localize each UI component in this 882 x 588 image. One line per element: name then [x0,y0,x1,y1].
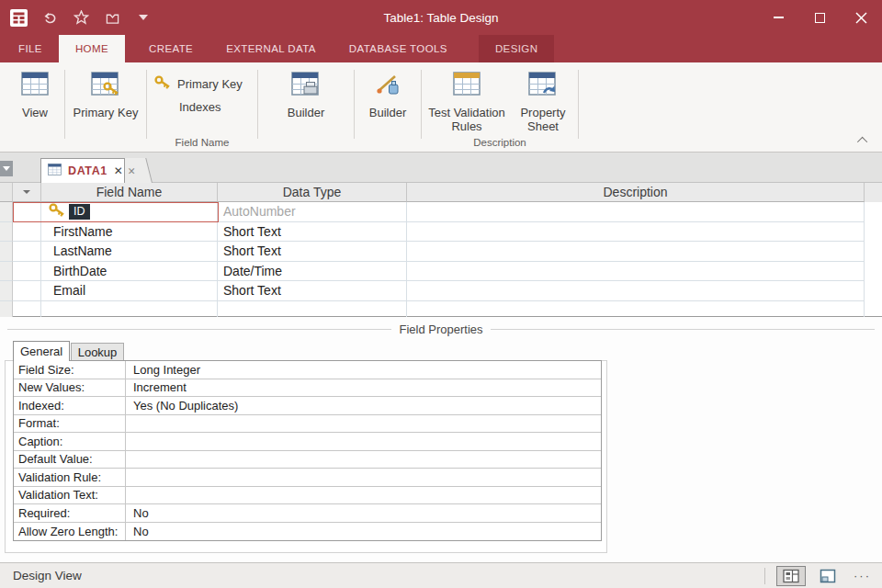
wand-builder-icon [374,72,401,101]
close-tab-icon[interactable]: ✕ [114,165,123,176]
row-selector[interactable] [13,262,41,282]
data-type-cell[interactable]: Short Text [218,242,407,262]
datasheet-view-icon [820,569,836,583]
column-header-data-type: Data Type [218,183,407,202]
row-selector[interactable] [13,222,41,243]
star-icon[interactable] [72,8,90,27]
field-properties-title: Field Properties [399,322,482,336]
property-row: Allow Zero Length:No [14,523,601,541]
indexes-button[interactable]: Indexes [154,100,243,114]
app-icon[interactable] [9,8,28,27]
key-icon [154,75,172,93]
access-window: Table1: Table Design FILE HOME CREATE EX… [0,0,882,588]
grid-gutter [0,183,13,202]
window-controls [758,0,882,35]
property-row: Validation Text: [14,487,601,505]
tab-external-data[interactable]: EXTERNAL DATA [209,35,333,62]
property-sheet-icon [528,72,558,101]
tab-create[interactable]: CREATE [132,35,209,62]
document-tab-strip: ✕ DATA1 ✕ [0,153,882,183]
property-row: Required:No [14,504,601,523]
view-icon [21,72,49,101]
row-selector[interactable] [13,242,41,262]
field-name-cell[interactable]: LastName [41,242,218,262]
data-type-cell[interactable]: AutoNumber [218,202,407,222]
field-name-cell[interactable]: ID [41,202,218,222]
row-selector[interactable] [13,202,41,222]
property-value[interactable]: No [126,523,601,541]
field-name-cell[interactable]: BirthDate [41,262,218,282]
test-validation-rules-button[interactable]: Test Validation Rules [427,68,506,133]
undo-icon[interactable] [40,8,59,27]
property-value[interactable] [126,433,601,450]
property-value[interactable] [126,415,601,433]
builder-button-2[interactable]: Builder [369,68,406,119]
tab-home[interactable]: HOME [59,35,125,62]
property-value[interactable]: No [126,504,601,522]
tab-file[interactable]: FILE [2,35,59,62]
data-type-cell[interactable] [218,301,407,317]
datasheet-view-button[interactable] [813,566,842,586]
status-text: Design View [0,569,764,582]
tab-design[interactable]: DESIGN [479,35,555,62]
tab-database-tools[interactable]: DATABASE TOOLS [333,35,464,62]
property-value[interactable] [126,451,601,469]
design-view-icon [783,569,799,583]
field-properties-legend: Field Properties [0,321,882,337]
data-type-cell[interactable]: Short Text [218,222,407,243]
window-title: Table1: Table Design [383,11,498,25]
description-cell[interactable] [407,262,865,282]
description-cell[interactable] [407,301,865,317]
minimize-icon[interactable] [758,0,799,35]
tab-lookup[interactable]: Lookup [71,343,124,361]
data-type-cell[interactable]: Short Text [218,281,407,301]
group-label-description: Description [422,136,578,152]
builder-button[interactable]: Builder [288,68,324,119]
close-icon[interactable] [841,0,882,35]
status-bar: Design View ··· [0,562,882,588]
group-label-field-name: Field Name [147,136,257,152]
column-header-description: Description [407,183,865,202]
open-box-icon[interactable] [103,8,121,27]
validation-table-icon [453,72,481,101]
ribbon: View Primary Key [0,62,882,153]
design-grid: Field Name Data Type Description ID Auto… [0,183,882,317]
row-selector[interactable] [13,281,41,301]
description-cell[interactable] [407,202,865,222]
tab-data1[interactable]: DATA1 ✕ [40,158,125,183]
primary-key-small-button[interactable]: Primary Key [154,75,243,93]
ribbon-group-description: Test Validation Rules Property Sheet Des… [422,62,578,152]
ribbon-group-divider [578,70,579,139]
tab-general[interactable]: General [13,341,70,361]
ribbon-group-views: View [6,62,64,152]
design-view-button[interactable] [776,566,806,586]
field-name-cell[interactable]: FirstName [41,222,218,243]
nav-pane-dropdown-icon[interactable] [0,161,13,176]
property-value[interactable]: Yes (No Duplicates) [126,397,601,414]
property-sheet-button[interactable]: Property Sheet [514,68,572,133]
row-selector-dropdown-icon[interactable] [23,190,30,194]
close-icon[interactable]: ✕ [128,165,136,176]
qat-dropdown-caret-icon[interactable] [134,8,153,27]
property-row: New Values:Increment [14,379,601,398]
property-value[interactable]: Long Integer [126,361,601,379]
ribbon-group-builder2: Builder [355,62,421,152]
description-cell[interactable] [407,242,865,262]
description-cell[interactable] [407,281,865,301]
row-selector[interactable] [13,301,41,317]
description-cell[interactable] [407,222,865,243]
ribbon-group-field-name: Primary Key Indexes Field Name [147,62,257,152]
property-value[interactable]: Increment [126,379,601,397]
status-more-button[interactable]: ··· [850,569,871,582]
field-name-cell[interactable] [41,301,218,317]
ribbon-tab-bar: FILE HOME CREATE EXTERNAL DATA DATABASE … [0,35,882,62]
property-value[interactable] [126,487,601,504]
collapse-ribbon-icon[interactable] [856,135,871,146]
data-type-cell[interactable]: Date/Time [218,262,407,282]
property-value[interactable] [126,469,601,486]
primary-key-button[interactable]: Primary Key [74,68,139,119]
maximize-icon[interactable] [799,0,841,35]
field-name-cell[interactable]: Email [41,281,218,301]
primary-key-icon [91,72,120,101]
view-button[interactable]: View [21,68,49,119]
